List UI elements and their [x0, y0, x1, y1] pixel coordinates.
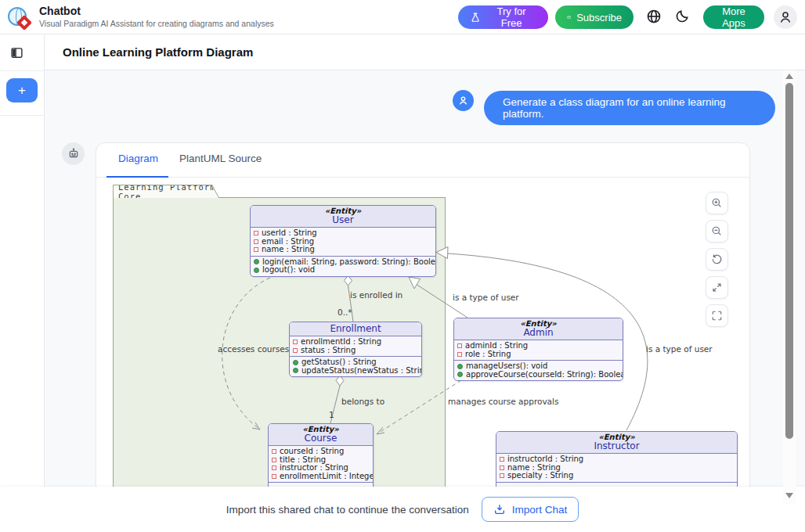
scrollbar-thumb[interactable] [785, 83, 793, 439]
method-icon [293, 360, 298, 365]
sidebar-divider [0, 115, 44, 116]
method: updateStatus(newStatus : String) [301, 367, 422, 376]
method-icon [254, 268, 259, 273]
class-enrollment[interactable]: Enrollment enrollmentId : String status … [289, 322, 422, 377]
zoom-out-button[interactable] [706, 220, 728, 243]
new-chat-button[interactable]: + [6, 78, 38, 102]
subscribe-button[interactable]: Subscribe [555, 5, 634, 29]
vertical-scrollbar[interactable] [783, 70, 796, 504]
method: getStatus() : String [301, 358, 377, 367]
class-attributes: userId : String email : String name : St… [251, 228, 435, 256]
attribute: adminId : String [465, 342, 528, 350]
attribute: enrollmentLimit : Integer [280, 473, 374, 481]
subscribe-label: Subscribe [576, 12, 622, 23]
expand-button[interactable] [706, 276, 728, 299]
method-icon [293, 368, 298, 373]
person-icon [457, 95, 469, 106]
attribute-icon [254, 231, 258, 235]
sidebar-toggle-icon[interactable] [10, 46, 23, 59]
scroll-up-arrow[interactable] [785, 74, 793, 79]
attribute: instructorId : String [507, 455, 583, 464]
relationship-label: accesses courses [218, 344, 289, 354]
class-admin[interactable]: «Entity» Admin adminId : String role : S… [453, 318, 623, 381]
zoom-out-icon [711, 225, 723, 237]
globe-language-icon[interactable] [646, 9, 662, 24]
class-header: «Entity» Course [269, 424, 373, 446]
diagram-result-card: Diagram PlantUML Source Learning Platfor… [96, 142, 750, 487]
visual-paradigm-logo-icon [8, 6, 30, 28]
class-name: Enrollment [293, 324, 418, 334]
attribute-icon [500, 457, 504, 462]
class-instructor[interactable]: «Entity» Instructor instructorId : Strin… [496, 431, 738, 487]
relationship-label: manages course approvals [448, 397, 558, 406]
try-for-free-label: Try for Free [486, 5, 536, 29]
app-title: Chatbot [39, 5, 81, 17]
assistant-avatar [62, 142, 85, 165]
plus-icon: + [18, 83, 26, 99]
dark-mode-moon-icon[interactable] [674, 9, 690, 24]
attribute: name : String [262, 246, 315, 254]
user-message-avatar [453, 90, 474, 111]
class-course[interactable]: «Entity» Course courseId : String title … [268, 423, 374, 487]
diagram-viewport[interactable]: Learning Platform Core [96, 178, 749, 487]
method: logout(): void [262, 266, 315, 275]
reset-view-button[interactable] [706, 248, 728, 271]
class-attributes: courseId : String title : String instruc… [269, 446, 373, 482]
attribute-icon [500, 473, 504, 478]
attribute-icon [272, 474, 276, 479]
card-tab-bar: Diagram PlantUML Source [96, 143, 749, 178]
class-name: Course [272, 433, 370, 444]
attribute: instructor : String [280, 464, 348, 473]
class-header: Enrollment [290, 322, 421, 336]
relationship-label: is a type of user [646, 344, 713, 354]
fullscreen-button[interactable] [706, 304, 728, 327]
page-title-bar: Online Learning Platform Diagram [45, 34, 805, 70]
attribute: userId : String [262, 229, 317, 238]
attribute: specialty : String [507, 472, 573, 480]
attribute-icon [293, 348, 298, 353]
import-footer-text: Import this shared chat to continue the … [226, 504, 469, 516]
zoom-in-button[interactable] [706, 192, 728, 214]
class-methods: login(email: String, password: String): … [251, 256, 435, 276]
class-attributes: adminId : String role : String [454, 340, 623, 360]
import-chat-label: Import Chat [512, 504, 568, 516]
fullscreen-brackets-icon [711, 310, 723, 322]
user-account-avatar[interactable] [774, 5, 797, 29]
class-attributes: instructorId : String name : String spec… [496, 454, 737, 482]
attribute: courseId : String [280, 448, 344, 456]
page-title: Online Learning Platform Diagram [63, 45, 253, 59]
attribute-icon [457, 352, 462, 357]
attribute: enrollmentId : String [301, 338, 381, 347]
attribute-icon [254, 247, 258, 252]
import-footer: Import this shared chat to continue the … [0, 487, 805, 532]
flask-icon [470, 12, 481, 23]
attribute-icon [254, 239, 258, 244]
attribute-icon [500, 466, 504, 470]
person-icon [778, 10, 792, 24]
attribute-icon [293, 340, 298, 344]
method: manageUsers(): void [466, 362, 547, 371]
class-user[interactable]: «Entity» User userId : String email : St… [250, 205, 436, 277]
attribute: status : String [301, 347, 356, 355]
sidebar-divider [0, 70, 44, 71]
app-header: Chatbot Visual Paradigm AI Assistant for… [0, 0, 805, 34]
reset-rotate-icon [711, 253, 723, 265]
class-methods: getStatus() : String updateStatus(newSta… [290, 356, 421, 376]
zoom-in-icon [711, 197, 723, 209]
class-header: «Entity» Instructor [496, 432, 737, 454]
tab-diagram[interactable]: Diagram [118, 153, 158, 164]
method: approveCourse(courseId: String): Boolean [466, 371, 623, 379]
more-apps-button[interactable]: More Apps [703, 5, 764, 29]
class-header: «Entity» Admin [454, 318, 623, 340]
class-header: «Entity» User [251, 206, 435, 228]
tab-plantuml-source[interactable]: PlantUML Source [179, 153, 262, 164]
expand-arrows-icon [711, 282, 723, 293]
scroll-down-arrow[interactable] [785, 493, 793, 498]
class-attributes: enrollmentId : String status : String [290, 336, 421, 356]
attribute-icon [272, 466, 276, 470]
sidebar: + [0, 34, 45, 487]
import-chat-button[interactable]: Import Chat [482, 497, 579, 522]
try-for-free-button[interactable]: Try for Free [458, 5, 548, 29]
app-subtitle: Visual Paradigm AI Assistant for creatin… [39, 19, 274, 28]
method-icon [457, 372, 463, 377]
